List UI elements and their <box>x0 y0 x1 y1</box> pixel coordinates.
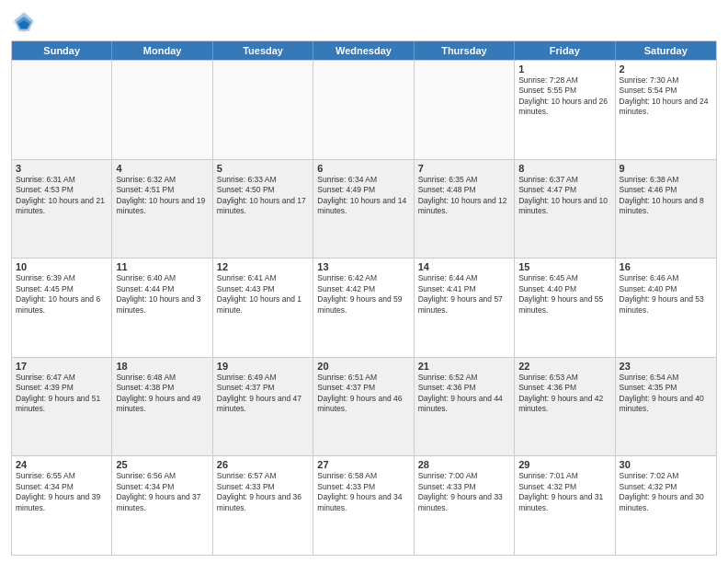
header-day-monday: Monday <box>112 41 212 60</box>
logo <box>11 9 40 35</box>
day-cell-22: 22Sunrise: 6:53 AM Sunset: 4:36 PM Dayli… <box>515 358 615 456</box>
day-cell-28: 28Sunrise: 7:00 AM Sunset: 4:33 PM Dayli… <box>415 456 515 555</box>
logo-icon <box>11 9 37 35</box>
day-info: Sunrise: 6:38 AM Sunset: 4:46 PM Dayligh… <box>620 175 712 217</box>
day-number: 7 <box>418 163 510 174</box>
calendar-row-2: 3Sunrise: 6:31 AM Sunset: 4:53 PM Daylig… <box>12 159 716 259</box>
day-info: Sunrise: 6:57 AM Sunset: 4:33 PM Dayligh… <box>217 471 309 513</box>
day-cell-17: 17Sunrise: 6:47 AM Sunset: 4:39 PM Dayli… <box>12 358 112 456</box>
day-number: 18 <box>116 361 208 372</box>
day-info: Sunrise: 6:34 AM Sunset: 4:49 PM Dayligh… <box>317 175 409 217</box>
day-cell-21: 21Sunrise: 6:52 AM Sunset: 4:36 PM Dayli… <box>415 358 515 456</box>
empty-cell-0-0 <box>12 61 112 159</box>
day-cell-14: 14Sunrise: 6:44 AM Sunset: 4:41 PM Dayli… <box>415 259 515 357</box>
day-cell-10: 10Sunrise: 6:39 AM Sunset: 4:45 PM Dayli… <box>12 259 112 357</box>
empty-cell-0-2 <box>213 61 313 159</box>
day-number: 21 <box>418 361 510 372</box>
day-info: Sunrise: 6:31 AM Sunset: 4:53 PM Dayligh… <box>16 175 108 217</box>
day-info: Sunrise: 6:48 AM Sunset: 4:38 PM Dayligh… <box>116 373 208 415</box>
day-info: Sunrise: 7:28 AM Sunset: 5:55 PM Dayligh… <box>518 75 610 118</box>
day-cell-2: 2Sunrise: 7:30 AM Sunset: 5:54 PM Daylig… <box>616 61 716 159</box>
calendar-row-1: 1Sunrise: 7:28 AM Sunset: 5:55 PM Daylig… <box>12 60 716 159</box>
day-cell-1: 1Sunrise: 7:28 AM Sunset: 5:55 PM Daylig… <box>515 61 615 159</box>
day-cell-15: 15Sunrise: 6:45 AM Sunset: 4:40 PM Dayli… <box>515 259 615 357</box>
day-info: Sunrise: 7:00 AM Sunset: 4:33 PM Dayligh… <box>418 471 510 513</box>
day-number: 12 <box>217 261 309 272</box>
header-day-tuesday: Tuesday <box>213 41 313 60</box>
day-info: Sunrise: 6:33 AM Sunset: 4:50 PM Dayligh… <box>217 175 309 217</box>
header-day-wednesday: Wednesday <box>313 41 414 60</box>
day-info: Sunrise: 6:44 AM Sunset: 4:41 PM Dayligh… <box>418 273 510 316</box>
day-info: Sunrise: 6:52 AM Sunset: 4:36 PM Dayligh… <box>418 373 510 415</box>
day-cell-30: 30Sunrise: 7:02 AM Sunset: 4:32 PM Dayli… <box>616 456 716 555</box>
day-info: Sunrise: 6:58 AM Sunset: 4:33 PM Dayligh… <box>317 471 409 513</box>
day-number: 3 <box>16 163 108 174</box>
day-number: 26 <box>217 459 309 470</box>
day-cell-9: 9Sunrise: 6:38 AM Sunset: 4:46 PM Daylig… <box>616 160 716 259</box>
day-number: 5 <box>217 163 309 174</box>
day-number: 29 <box>518 459 610 470</box>
day-number: 16 <box>620 261 712 272</box>
day-cell-16: 16Sunrise: 6:46 AM Sunset: 4:40 PM Dayli… <box>616 259 716 357</box>
day-number: 25 <box>116 459 208 470</box>
day-number: 15 <box>518 261 610 272</box>
calendar: SundayMondayTuesdayWednesdayThursdayFrid… <box>11 40 717 556</box>
day-cell-18: 18Sunrise: 6:48 AM Sunset: 4:38 PM Dayli… <box>112 358 212 456</box>
day-info: Sunrise: 6:55 AM Sunset: 4:34 PM Dayligh… <box>16 471 108 513</box>
day-cell-26: 26Sunrise: 6:57 AM Sunset: 4:33 PM Dayli… <box>213 456 313 555</box>
day-info: Sunrise: 6:49 AM Sunset: 4:37 PM Dayligh… <box>217 373 309 415</box>
day-cell-27: 27Sunrise: 6:58 AM Sunset: 4:33 PM Dayli… <box>313 456 414 555</box>
day-cell-8: 8Sunrise: 6:37 AM Sunset: 4:47 PM Daylig… <box>515 160 615 259</box>
day-info: Sunrise: 7:30 AM Sunset: 5:54 PM Dayligh… <box>620 75 712 118</box>
day-cell-13: 13Sunrise: 6:42 AM Sunset: 4:42 PM Dayli… <box>313 259 414 357</box>
calendar-body: 1Sunrise: 7:28 AM Sunset: 5:55 PM Daylig… <box>12 60 716 555</box>
day-cell-4: 4Sunrise: 6:32 AM Sunset: 4:51 PM Daylig… <box>112 160 212 259</box>
day-cell-5: 5Sunrise: 6:33 AM Sunset: 4:50 PM Daylig… <box>213 160 313 259</box>
calendar-page: SundayMondayTuesdayWednesdayThursdayFrid… <box>0 0 728 563</box>
day-info: Sunrise: 6:40 AM Sunset: 4:44 PM Dayligh… <box>116 273 208 316</box>
empty-cell-0-3 <box>313 61 414 159</box>
day-info: Sunrise: 6:32 AM Sunset: 4:51 PM Dayligh… <box>116 175 208 217</box>
day-number: 19 <box>217 361 309 372</box>
calendar-row-5: 24Sunrise: 6:55 AM Sunset: 4:34 PM Dayli… <box>12 455 716 555</box>
day-cell-24: 24Sunrise: 6:55 AM Sunset: 4:34 PM Dayli… <box>12 456 112 555</box>
day-cell-25: 25Sunrise: 6:56 AM Sunset: 4:34 PM Dayli… <box>112 456 212 555</box>
day-info: Sunrise: 7:02 AM Sunset: 4:32 PM Dayligh… <box>620 471 712 513</box>
day-info: Sunrise: 6:46 AM Sunset: 4:40 PM Dayligh… <box>620 273 712 316</box>
day-number: 8 <box>518 163 610 174</box>
day-number: 6 <box>317 163 409 174</box>
day-number: 30 <box>620 459 712 470</box>
day-info: Sunrise: 6:54 AM Sunset: 4:35 PM Dayligh… <box>620 373 712 415</box>
header <box>11 9 717 35</box>
header-day-sunday: Sunday <box>12 41 112 60</box>
day-cell-6: 6Sunrise: 6:34 AM Sunset: 4:49 PM Daylig… <box>313 160 414 259</box>
day-info: Sunrise: 6:47 AM Sunset: 4:39 PM Dayligh… <box>16 373 108 415</box>
calendar-header-row: SundayMondayTuesdayWednesdayThursdayFrid… <box>12 41 716 60</box>
day-number: 22 <box>518 361 610 372</box>
day-info: Sunrise: 6:56 AM Sunset: 4:34 PM Dayligh… <box>116 471 208 513</box>
day-info: Sunrise: 6:41 AM Sunset: 4:43 PM Dayligh… <box>217 273 309 316</box>
day-cell-29: 29Sunrise: 7:01 AM Sunset: 4:32 PM Dayli… <box>515 456 615 555</box>
day-info: Sunrise: 6:45 AM Sunset: 4:40 PM Dayligh… <box>518 273 610 316</box>
day-cell-20: 20Sunrise: 6:51 AM Sunset: 4:37 PM Dayli… <box>313 358 414 456</box>
day-number: 14 <box>418 261 510 272</box>
day-info: Sunrise: 7:01 AM Sunset: 4:32 PM Dayligh… <box>518 471 610 513</box>
day-cell-7: 7Sunrise: 6:35 AM Sunset: 4:48 PM Daylig… <box>415 160 515 259</box>
day-info: Sunrise: 6:42 AM Sunset: 4:42 PM Dayligh… <box>317 273 409 316</box>
day-number: 1 <box>518 63 610 75</box>
day-cell-3: 3Sunrise: 6:31 AM Sunset: 4:53 PM Daylig… <box>12 160 112 259</box>
day-number: 10 <box>16 261 108 272</box>
empty-cell-0-4 <box>415 61 515 159</box>
day-number: 4 <box>116 163 208 174</box>
day-number: 20 <box>317 361 409 372</box>
day-cell-23: 23Sunrise: 6:54 AM Sunset: 4:35 PM Dayli… <box>616 358 716 456</box>
day-number: 13 <box>317 261 409 272</box>
day-number: 9 <box>620 163 712 174</box>
empty-cell-0-1 <box>112 61 212 159</box>
day-info: Sunrise: 6:39 AM Sunset: 4:45 PM Dayligh… <box>16 273 108 316</box>
day-number: 24 <box>16 459 108 470</box>
header-day-saturday: Saturday <box>616 41 716 60</box>
header-day-friday: Friday <box>515 41 615 60</box>
day-number: 28 <box>418 459 510 470</box>
day-cell-12: 12Sunrise: 6:41 AM Sunset: 4:43 PM Dayli… <box>213 259 313 357</box>
